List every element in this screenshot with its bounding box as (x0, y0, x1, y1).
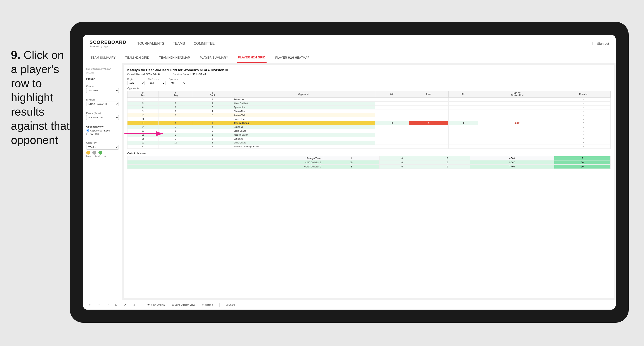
toolbar-redo[interactable]: ↪ (96, 303, 102, 307)
conference-label: Conference (148, 78, 166, 80)
tab-player-summary[interactable]: PLAYER SUMMARY (199, 52, 229, 63)
table-row[interactable]: 16 9 1 Jessica Mason ○ (128, 133, 610, 137)
cell-win (375, 98, 409, 102)
cell-conf: 2 (193, 137, 232, 141)
grid-title: Katelyn Vo Head-to-Head Grid for Women's… (127, 68, 610, 72)
col-header-rounds: Rounds (556, 91, 610, 98)
division-record: Division Record: 331 - 34 - 6 (173, 73, 206, 76)
out-of-division-title: Out of division (127, 152, 610, 155)
table-row[interactable]: 6 1 3 Sydney Kuo ○ (128, 106, 610, 109)
table-row[interactable]: 20 11 7 Federica Domecq Lacroze ○ (128, 145, 610, 149)
colour-by-select[interactable]: Win/loss (86, 145, 119, 150)
table-row[interactable]: 19 10 6 Emily Chang ○ (128, 141, 610, 145)
cell-conf: 6 (193, 141, 232, 145)
player-rank-field: Player (Rank) 8. Katelyn Vo (86, 112, 119, 120)
tab-team-h2h-grid[interactable]: TEAM H2H GRID (124, 52, 150, 63)
cell-name: Emily Chang (232, 141, 375, 145)
tab-team-summary[interactable]: TEAM SUMMARY (90, 52, 116, 63)
list-item[interactable]: NCAA Division 2 5 0 0 7.400 10 (128, 165, 610, 169)
nav-tournaments[interactable]: TOURNAMENTS (137, 40, 164, 47)
cell-diff (478, 98, 556, 102)
toolbar-undo[interactable]: ↩ (87, 303, 93, 307)
col-header-div: #Div (128, 91, 158, 98)
cell-rounds: ○ (556, 145, 610, 149)
out-cell-5: 7.400 (470, 165, 554, 169)
cell-conf: 1 (193, 133, 232, 137)
cell-diff (478, 133, 556, 137)
radio-top100[interactable]: Top 100 (86, 133, 119, 135)
cell-reg: 11 (158, 145, 193, 149)
toolbar-export[interactable]: ↗ (122, 303, 128, 307)
cell-loss: 1 (409, 121, 448, 125)
conference-select[interactable]: (All) (148, 81, 166, 85)
toolbar-grid[interactable]: ⊞ (114, 303, 119, 307)
table-row[interactable]: 13 1 1 Jessica Huang 0 1 0 -3.00 2 (128, 121, 610, 125)
tab-team-h2h-heatmap[interactable]: TEAM H2H HEATMAP (158, 52, 191, 63)
cell-name: Federica Domecq Lacroze (232, 145, 375, 149)
sidebar: Last Updated: 27/03/2024 16:55:28 Player… (83, 63, 122, 300)
grid-area: Katelyn Vo Head-to-Head Grid for Women's… (124, 65, 614, 298)
toolbar-back[interactable]: ↩ (105, 303, 110, 307)
tab-player-h2h-grid[interactable]: PLAYER H2H GRID (237, 52, 266, 63)
radio-opponents-played[interactable]: Opponents Played (86, 129, 119, 132)
table-row[interactable]: 14 7 4 Eunice Yi ○ (128, 125, 610, 129)
toolbar-save-custom[interactable]: ⊡ Save Custom View (170, 303, 197, 307)
toolbar-refresh[interactable]: ◎ (131, 303, 137, 307)
cell-rounds: ○ (556, 109, 610, 113)
cell-name: Esther Lee (232, 98, 375, 102)
cell-name: Sharon Mun (232, 109, 375, 113)
colour-by-section: Colour by Win/loss Down Level Up (86, 142, 119, 157)
cell-loss (409, 102, 448, 106)
table-row[interactable]: 18 2 2 Euna Lee ○ (128, 137, 610, 141)
gender-field: Gender Women's (86, 85, 119, 93)
cell-name: Euna Lee (232, 137, 375, 141)
sub-navbar: TEAM SUMMARY TEAM H2H GRID TEAM H2H HEAT… (83, 52, 616, 63)
cell-name: Stella Chang (232, 129, 375, 133)
list-item[interactable]: NAIA Division 1 15 0 0 9.267 30 (128, 161, 610, 165)
toolbar-watch[interactable]: 👁 Watch ▾ (200, 303, 215, 307)
cell-reg: 1 (158, 121, 193, 125)
main-data-table: #Div #Reg #Conf Opponent Win Loss Tie Di… (127, 91, 610, 149)
table-row[interactable]: 11 Haejo Hyun ○ (128, 117, 610, 121)
out-cell-6: 30 (554, 161, 610, 165)
toolbar-view-original[interactable]: 👁 View: Original (146, 303, 167, 307)
nav-teams[interactable]: TEAMS (173, 40, 185, 47)
opponent-select[interactable]: (All) (169, 81, 186, 85)
table-row[interactable]: 3 1 Esther Lee ○ (128, 98, 610, 102)
colour-dots (86, 151, 119, 155)
main-content: Last Updated: 27/03/2024 16:55:28 Player… (83, 63, 616, 300)
table-row[interactable]: 5 2 2 Alexis Sudjianto ○ (128, 102, 610, 106)
cell-diff (478, 129, 556, 133)
cell-diff (478, 106, 556, 109)
cell-win (375, 117, 409, 121)
tab-player-h2h-heatmap[interactable]: PLAYER H2H HEATMAP (274, 52, 311, 63)
cell-conf: 2 (193, 102, 232, 106)
toolbar-share[interactable]: ⊞ Share (224, 303, 236, 307)
table-row[interactable]: 9 1 4 Sharon Mun ○ (128, 109, 610, 113)
cell-tie (448, 129, 478, 133)
table-row[interactable]: 15 8 5 Stella Chang ○ (128, 129, 610, 133)
tablet-device: SCOREBOARD Powered by clippi TOURNAMENTS… (70, 22, 629, 323)
cell-rounds: ○ (556, 125, 610, 129)
col-header-reg: #Reg (158, 91, 193, 98)
sign-out-button[interactable]: Sign out (592, 42, 609, 45)
player-rank-select[interactable]: 8. Katelyn Vo (86, 115, 119, 120)
nav-links: TOURNAMENTS TEAMS COMMITTEE (137, 40, 584, 47)
cell-reg: 6 (158, 113, 193, 117)
gender-select[interactable]: Women's (86, 88, 119, 93)
table-row[interactable]: 10 6 3 Andrea York ○ (128, 113, 610, 117)
cell-conf: 3 (193, 113, 232, 117)
division-select[interactable]: NCAA Division III (86, 102, 119, 106)
opponent-view-title: Opponent view (86, 125, 119, 128)
region-select[interactable]: (All) (127, 81, 145, 85)
list-item[interactable]: Foreign Team 1 0 0 4.500 2 (128, 156, 610, 161)
cell-tie (448, 102, 478, 106)
cell-win (375, 141, 409, 145)
cell-win (375, 106, 409, 109)
cell-win (375, 145, 409, 149)
cell-diff (478, 125, 556, 129)
col-header-win: Win (375, 91, 409, 98)
nav-committee[interactable]: COMMITTEE (194, 40, 214, 47)
out-cell-4: 0 (424, 161, 470, 165)
last-updated: Last Updated: 27/03/2024 (86, 68, 119, 70)
